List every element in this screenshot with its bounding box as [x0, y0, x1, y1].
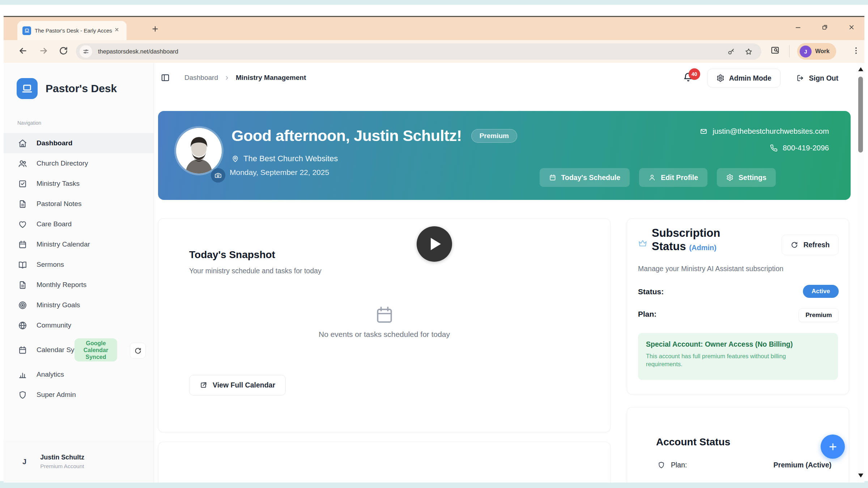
sidebar-item-sermons[interactable]: Sermons — [4, 254, 154, 275]
file-text-icon — [18, 281, 27, 290]
subscription-title: Subscription Status (Admin) — [652, 227, 749, 253]
sidebar-item-care-board[interactable]: Care Board — [4, 214, 154, 234]
sidebar-item-ministry-goals[interactable]: Ministry Goals — [4, 295, 154, 315]
window-minimize-button[interactable] — [793, 23, 802, 31]
floating-add-button[interactable] — [821, 435, 845, 459]
globe-icon — [18, 321, 27, 330]
browser-profile-chip[interactable]: J Work — [797, 43, 836, 60]
lower-card-partial — [158, 442, 610, 483]
reload-button[interactable] — [59, 46, 69, 57]
sidebar-item-monthly-reports[interactable]: Monthly Reports — [4, 275, 154, 295]
account-plan-row: Plan: Premium (Active) — [658, 461, 831, 469]
target-icon — [18, 301, 27, 310]
tab-close-icon[interactable] — [114, 27, 122, 34]
calendar-icon — [18, 240, 27, 249]
screenshot-stage: The Pastor's Desk - Early Acces thepasto… — [0, 0, 868, 488]
hero-date: Monday, September 22, 2025 — [230, 168, 329, 177]
sidebar-item-label: Pastoral Notes — [37, 200, 82, 208]
forward-button[interactable] — [39, 46, 50, 57]
browser-tabstrip: The Pastor's Desk - Early Acces — [4, 17, 864, 40]
mail-icon — [700, 128, 707, 135]
profile-avatar: J — [800, 46, 812, 57]
status-active-badge: Active — [803, 285, 839, 298]
user-plan: Premium Account — [40, 463, 84, 470]
window-restore-button[interactable] — [820, 23, 829, 31]
sidebar-toggle-icon[interactable] — [161, 73, 170, 82]
refresh-button[interactable]: Refresh — [782, 235, 839, 255]
chevron-right-icon — [224, 75, 230, 81]
breadcrumb-dashboard[interactable]: Dashboard — [184, 74, 218, 82]
sidebar-item-ministry-tasks[interactable]: Ministry Tasks — [4, 174, 154, 194]
premium-badge: Premium — [471, 129, 517, 143]
snapshot-empty-message: No events or tasks scheduled for today — [158, 330, 610, 339]
password-key-icon[interactable] — [727, 48, 735, 56]
profile-photo[interactable] — [176, 128, 222, 174]
view-full-calendar-button[interactable]: View Full Calendar — [189, 375, 286, 395]
video-play-button[interactable] — [417, 226, 452, 262]
special-account-desc: This account has full premium features w… — [646, 352, 820, 368]
scrollbar-thumb[interactable] — [858, 77, 863, 153]
snapshot-subtitle: Your ministry schedule and tasks for tod… — [189, 267, 322, 275]
account-status-title: Account Status — [656, 436, 730, 448]
plan-label: Plan: — [638, 310, 656, 318]
play-icon — [431, 238, 441, 250]
user-icon — [648, 174, 656, 181]
page-header: Dashboard Ministry Management 40 Admin M… — [154, 63, 864, 99]
todays-snapshot-card: Today's Snapshot Your ministry schedule … — [158, 218, 610, 432]
sidebar-item-church-directory[interactable]: Church Directory — [4, 153, 154, 174]
hero-phone[interactable]: 800-419-2096 — [783, 144, 829, 152]
side-panel-search-icon[interactable] — [770, 46, 780, 55]
sidebar-item-super-admin[interactable]: Super Admin — [4, 385, 154, 405]
admin-mode-button[interactable]: Admin Mode — [707, 69, 780, 87]
account-status-card: Account Status Plan: Premium (Active) — [627, 407, 849, 483]
nav-list: DashboardChurch DirectoryMinistry TasksP… — [4, 133, 154, 405]
sidebar-item-calendar-sync[interactable]: Calendar SyncGoogle Calendar Synced — [4, 335, 154, 364]
special-account-note: Special Account: Owner Access (No Billin… — [638, 333, 838, 380]
main-content: Dashboard Ministry Management 40 Admin M… — [154, 63, 864, 483]
sidebar-user[interactable]: J Justin Schultz Premium Account — [4, 441, 153, 483]
book-open-icon — [18, 260, 27, 269]
scroll-down-arrow[interactable] — [858, 474, 863, 478]
tab-favicon-icon — [22, 26, 31, 35]
toolbar-divider — [789, 45, 790, 57]
hero-button-label: Settings — [739, 174, 766, 182]
window-close-button[interactable] — [847, 23, 856, 31]
notifications-button[interactable]: 40 — [683, 72, 695, 86]
sidebar-item-community[interactable]: Community — [4, 315, 154, 335]
hero-email[interactable]: justin@thebestchurchwebsites.com — [712, 127, 829, 136]
sign-out-button[interactable]: Sign Out — [793, 69, 842, 87]
calendar-sync-refresh-button[interactable] — [130, 343, 146, 359]
subscription-subtitle: Manage your Ministry AI Assistant subscr… — [638, 265, 783, 273]
account-plan-label: Plan: — [671, 461, 687, 469]
app-logo[interactable]: Pastor's Desk — [17, 78, 117, 99]
page-scrollbar[interactable] — [857, 63, 864, 483]
hero-greeting: Good afternoon, Justin Schultz! — [231, 127, 462, 145]
plus-icon — [828, 442, 838, 452]
sidebar-item-pastoral-notes[interactable]: Pastoral Notes — [4, 194, 154, 214]
new-tab-button[interactable] — [151, 25, 161, 34]
sidebar-item-label: Ministry Tasks — [37, 179, 80, 188]
bookmark-star-icon[interactable] — [745, 48, 753, 56]
sidebar-item-analytics[interactable]: Analytics — [4, 364, 154, 385]
crown-icon — [638, 239, 647, 248]
browser-menu-icon[interactable] — [851, 46, 861, 55]
sidebar-item-dashboard[interactable]: Dashboard — [4, 133, 154, 153]
site-settings-icon[interactable] — [80, 45, 92, 58]
settings-button[interactable]: Settings — [717, 168, 776, 187]
user-name: Justin Schultz — [40, 454, 84, 461]
browser-tab[interactable]: The Pastor's Desk - Early Acces — [17, 21, 127, 40]
back-button[interactable] — [18, 46, 29, 57]
url-text[interactable]: thepastorsdesk.net/dashboard — [98, 48, 727, 55]
edit-profile-button[interactable]: Edit Profile — [639, 168, 707, 187]
hero-banner: Good afternoon, Justin Schultz! Premium … — [158, 111, 851, 200]
url-bar[interactable]: thepastorsdesk.net/dashboard — [76, 43, 761, 60]
change-photo-button[interactable] — [211, 168, 225, 183]
calendar-icon — [18, 346, 27, 355]
hero-button-label: Today's Schedule — [561, 174, 621, 182]
scroll-up-arrow[interactable] — [858, 67, 863, 71]
sidebar-item-label: Sermons — [37, 260, 64, 269]
sidebar-item-ministry-calendar[interactable]: Ministry Calendar — [4, 234, 154, 254]
today-s-schedule-button[interactable]: Today's Schedule — [540, 168, 630, 187]
check-square-icon — [18, 179, 27, 188]
laptop-logo-icon — [17, 78, 38, 99]
